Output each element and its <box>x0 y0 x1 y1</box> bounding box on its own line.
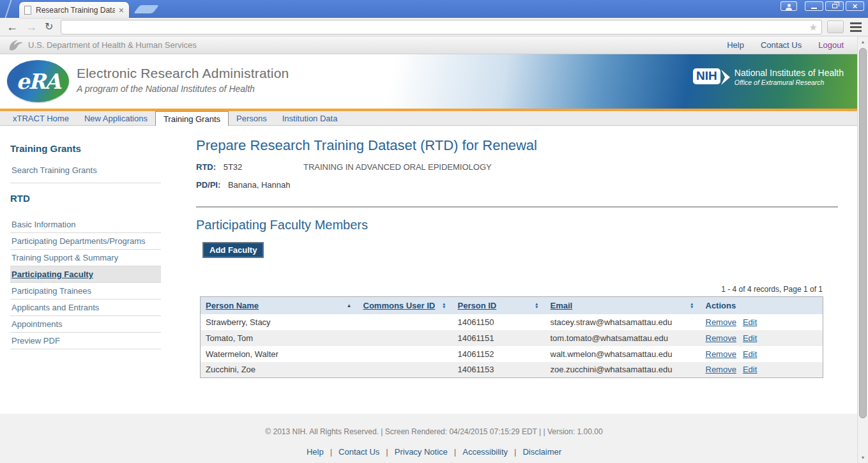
table-header-row: Person Name▲ Commons User ID▲▼ Person ID… <box>201 297 823 314</box>
browser-tab-strip: Research Training Data × × <box>0 0 868 18</box>
cell-person-id: 14061152 <box>453 346 545 362</box>
reload-button[interactable]: ↻ <box>45 21 53 33</box>
browser-window: Research Training Data × × ← → ↻ ★ <box>0 0 868 463</box>
nav-tab[interactable]: Institution Data <box>275 111 346 125</box>
cell-email: zoe.zucchini@whatsamattau.edu <box>545 362 701 378</box>
remove-link[interactable]: Remove <box>706 333 736 343</box>
cell-commons-user-id <box>358 362 453 378</box>
nav-tab[interactable]: Training Grants <box>155 111 229 126</box>
cell-person-name: Tomato, Tom <box>201 330 358 346</box>
hhs-header-bar: U.S. Department of Health & Human Servic… <box>0 36 868 54</box>
era-logo: eRA <box>7 60 69 102</box>
footer-link[interactable]: Disclaimer <box>522 447 561 457</box>
nih-name: National Institutes of Health <box>735 68 844 78</box>
browser-tab[interactable]: Research Training Data × <box>19 2 129 18</box>
sidebar-item[interactable]: Applicants and Entrants <box>10 300 161 316</box>
column-header-person-name[interactable]: Person Name <box>206 301 259 310</box>
sort-toggle-icon[interactable]: ▲▼ <box>442 302 446 309</box>
page-viewport: U.S. Department of Health & Human Servic… <box>0 36 868 463</box>
logout-link[interactable]: Logout <box>818 40 844 50</box>
nav-tab[interactable]: New Applications <box>77 111 155 125</box>
page-footer: © 2013 NIH. All Rights Reserved. | Scree… <box>0 414 868 463</box>
contact-us-link[interactable]: Contact Us <box>761 40 802 50</box>
nav-tab[interactable]: Persons <box>229 111 275 125</box>
minimize-icon <box>811 8 817 9</box>
sort-toggle-icon[interactable]: ▲▼ <box>535 302 538 309</box>
nih-office: Office of Extramural Research <box>735 79 844 86</box>
page-favicon-icon <box>24 6 31 15</box>
scroll-up-arrow[interactable]: ▲ <box>858 36 868 47</box>
rtd-number: 5T32 <box>224 162 243 172</box>
copyright-text: © 2013 NIH. All Rights Reserved. | Scree… <box>0 427 868 436</box>
add-faculty-button[interactable]: Add Faculty <box>202 242 264 258</box>
bookmark-star-icon[interactable]: ★ <box>809 22 818 33</box>
browser-menu-icon[interactable] <box>850 22 862 32</box>
nih-logo: NIH National Institutes of Health Office… <box>693 68 844 86</box>
primary-navigation: xTRACT HomeNew ApplicationsTraining Gran… <box>0 111 868 126</box>
sidebar-heading-rtd: RTD <box>10 193 185 204</box>
table-row: Zucchini, Zoe 14061153 zoe.zucchini@what… <box>201 362 823 378</box>
column-header-person-id[interactable]: Person ID <box>458 301 497 310</box>
edit-link[interactable]: Edit <box>743 317 757 327</box>
footer-link[interactable]: Contact Us <box>339 447 379 457</box>
remove-link[interactable]: Remove <box>706 365 736 374</box>
nav-tab[interactable]: xTRACT Home <box>5 111 77 125</box>
footer-link[interactable]: Accessibility <box>462 447 508 457</box>
restore-icon <box>832 4 837 8</box>
nih-acronym: NIH <box>693 68 720 84</box>
footer-link[interactable]: Privacy Notice <box>395 447 448 457</box>
sidebar-item[interactable]: Preview PDF <box>10 333 161 349</box>
help-link[interactable]: Help <box>727 40 744 50</box>
edit-link[interactable]: Edit <box>743 349 757 359</box>
edit-link[interactable]: Edit <box>743 365 757 374</box>
session-links: Help Contact Us Logout <box>727 40 844 50</box>
sidebar-heading-training-grants: Training Grants <box>10 143 185 154</box>
window-controls: × <box>780 1 864 11</box>
sidebar-item[interactable]: Appointments <box>10 316 161 333</box>
new-tab-button[interactable] <box>133 5 159 13</box>
sidebar-item-search-training-grants[interactable]: Search Training Grants <box>10 164 161 183</box>
rtd-label: RTD: <box>196 162 216 172</box>
section-divider <box>196 206 838 208</box>
back-button[interactable]: ← <box>6 21 18 33</box>
page-scrollbar[interactable]: ▲ ▼ <box>857 36 868 463</box>
cell-commons-user-id <box>358 346 453 362</box>
table-row: Tomato, Tom 14061151 tom.tomato@whatsama… <box>201 330 823 346</box>
tab-close-icon[interactable]: × <box>119 6 124 15</box>
sidebar-item[interactable]: Participating Faculty <box>10 266 161 283</box>
footer-link[interactable]: Help <box>307 447 324 457</box>
profile-button[interactable] <box>780 1 797 11</box>
sidebar: Training Grants Search Training Grants R… <box>0 126 185 414</box>
scroll-down-arrow[interactable]: ▼ <box>858 452 868 463</box>
sort-ascending-icon[interactable]: ▲ <box>347 303 352 308</box>
era-subtitle: A program of the National Institutes of … <box>77 84 289 94</box>
sort-toggle-icon[interactable]: ▲▼ <box>690 302 694 309</box>
cell-actions: RemoveEdit <box>701 314 823 330</box>
hhs-agency-label: U.S. Department of Health & Human Servic… <box>28 40 197 50</box>
remove-link[interactable]: Remove <box>706 317 736 327</box>
faculty-table: Person Name▲ Commons User ID▲▼ Person ID… <box>200 296 823 378</box>
sidebar-item[interactable]: Training Support & Summary <box>10 250 161 266</box>
cell-actions: RemoveEdit <box>701 330 823 346</box>
footer-links: HelpContact UsPrivacy NoticeAccessibilit… <box>0 447 868 457</box>
close-button[interactable]: × <box>846 1 864 11</box>
column-header-email[interactable]: Email <box>551 301 573 310</box>
extension-button[interactable] <box>827 20 844 33</box>
sidebar-item[interactable]: Participating Departments/Programs <box>10 233 161 250</box>
address-bar[interactable]: ★ <box>61 20 822 34</box>
cell-person-id: 14061151 <box>453 330 545 346</box>
remove-link[interactable]: Remove <box>706 349 736 359</box>
column-header-commons-user-id[interactable]: Commons User ID <box>363 301 436 310</box>
cell-person-name: Watermelon, Walter <box>201 346 358 362</box>
forward-button[interactable]: → <box>26 21 37 33</box>
sidebar-rtd-items: Basic InformationParticipating Departmen… <box>10 216 161 349</box>
sidebar-item[interactable]: Participating Trainees <box>10 283 161 300</box>
table-row: Watermelon, Walter 14061152 walt.wmelon@… <box>201 346 823 362</box>
page-title: Prepare Research Training Dataset (RTD) … <box>196 137 838 154</box>
sidebar-item[interactable]: Basic Information <box>10 216 161 233</box>
minimize-button[interactable] <box>805 1 823 11</box>
edit-link[interactable]: Edit <box>743 333 757 343</box>
scrollbar-thumb[interactable] <box>859 48 867 418</box>
restore-button[interactable] <box>825 1 844 11</box>
cell-email: stacey.straw@whatsamattau.edu <box>545 314 701 330</box>
